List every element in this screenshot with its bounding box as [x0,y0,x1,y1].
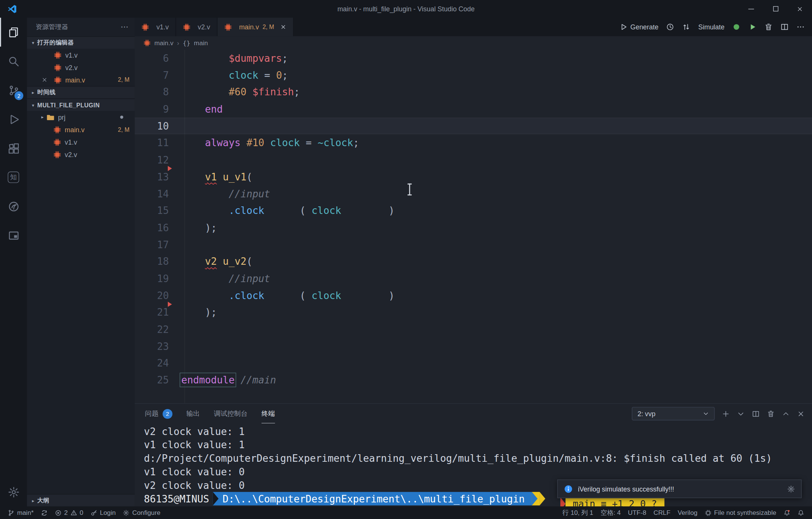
panel-action-close-panel[interactable] [797,410,805,418]
open-editor-main[interactable]: main.v2, M [27,73,135,86]
code-line-16[interactable]: 16 ); [135,219,812,236]
status-synthesizable[interactable]: File not synthesizable [701,507,780,519]
line-number[interactable]: 20 [135,287,181,304]
activity-item-source-control[interactable]: 2 [0,76,27,105]
line-number[interactable]: 14 [135,185,181,202]
activity-item-extensions[interactable] [0,134,27,163]
tab-v2[interactable]: v2.v [176,18,217,37]
code-line-11[interactable]: 11 always #10 clock = ~clock; [135,134,812,151]
breadcrumb-symbol[interactable]: main [194,40,208,47]
line-number[interactable]: 23 [135,338,181,355]
close-icon[interactable] [280,24,287,30]
close-window-button[interactable] [788,0,812,18]
action-run-file[interactable] [748,23,757,31]
status-language-mode[interactable]: Verilog [674,507,701,519]
code-line-19[interactable]: 19 //input [135,270,812,287]
timeline-header[interactable]: ▸ 时间线 [27,86,135,98]
code-line-14[interactable]: 14 //input [135,185,812,202]
panel-action-kill-terminal[interactable] [767,410,775,418]
action-more-actions[interactable] [797,23,805,31]
line-number[interactable]: 16 [135,219,181,236]
notification-toast[interactable]: iVerilog simulates successfully!!! [557,479,802,498]
breadcrumb-file[interactable]: main.v [154,40,173,47]
minimize-button[interactable] [739,0,763,18]
activity-item-leaf-extension[interactable] [0,192,27,221]
tree-item-v1[interactable]: v1.v [27,136,135,148]
line-number[interactable]: 11 [135,134,181,151]
code-line-22[interactable]: 22 [135,321,812,338]
code-line-23[interactable]: 23 [135,338,812,355]
more-actions-icon[interactable]: ⋯ [121,22,129,32]
tree-item-prj[interactable]: ▸prj [27,111,135,124]
panel-action-maximize-panel[interactable] [782,410,790,418]
panel-tab-terminal[interactable]: 终端 [262,404,275,423]
code-line-25[interactable]: 25endmodule //main [135,372,812,389]
line-number[interactable]: 17 [135,236,181,253]
code-line-8[interactable]: 8 #60 $finish; [135,84,812,101]
line-number[interactable]: 15 [135,202,181,219]
close-icon[interactable] [41,77,48,83]
code-line-13[interactable]: 13 v1 u_v1( [135,168,812,185]
action-delete-output[interactable] [764,23,772,31]
open-editor-v2[interactable]: v2.v [27,61,135,73]
action-generate[interactable]: Generate [619,23,658,31]
code-line-7[interactable]: 7 clock = 0; [135,67,812,84]
status-encoding[interactable]: UTF-8 [624,507,650,519]
panel-tab-problems[interactable]: 问题2 [145,404,172,423]
action-history[interactable] [666,23,675,31]
status-problems[interactable]: 20 [51,507,87,519]
status-login[interactable]: Login [87,507,119,519]
line-number[interactable]: 9 [135,101,181,118]
activity-item-zhi-extension[interactable]: 知 [0,163,27,192]
panel-action-new-terminal[interactable] [722,410,730,418]
code-line-21[interactable]: 21 ); [135,304,812,321]
code-line-20[interactable]: 20 .clock ( cl​ock ) [135,287,812,304]
status-sync[interactable] [37,507,51,519]
line-number[interactable]: 21 [135,304,181,321]
action-simulate[interactable]: Simulate [698,23,725,31]
code-line-9[interactable]: 9 end [135,101,812,118]
tab-main[interactable]: main.v2, M [217,18,294,37]
open-editor-v1[interactable]: v1.v [27,49,135,61]
action-iverilog-status[interactable] [732,23,741,31]
status-extension-alert[interactable] [780,507,794,519]
line-number[interactable]: 24 [135,355,181,372]
tab-v1[interactable]: v1.v [135,18,176,37]
code-line-10[interactable]: 10 [135,118,812,134]
status-indentation[interactable]: 空格: 4 [597,507,624,519]
activity-item-explorer[interactable] [0,18,27,47]
line-number[interactable]: 10 [135,118,181,134]
status-configure[interactable]: Configure [119,507,164,519]
panel-action-split-terminal[interactable] [752,410,760,418]
action-split-editor[interactable] [780,23,789,31]
line-number[interactable]: 22 [135,321,181,338]
code-line-24[interactable]: 24 [135,355,812,372]
line-number[interactable]: 6 [135,50,181,67]
code-line-15[interactable]: 15 .clock ( clock ) [135,202,812,219]
activity-item-search[interactable] [0,47,27,76]
workspace-header[interactable]: ▾ MULTI_FILE_PLUGIN [27,98,135,111]
line-number[interactable]: 13 [135,168,181,185]
gear-icon[interactable] [787,485,795,493]
activity-item-settings[interactable] [0,478,27,507]
code-line-6[interactable]: 6 $dumpvars; [135,50,812,67]
status-notifications[interactable] [794,507,808,519]
activity-item-remote-window[interactable] [0,221,27,250]
status-branch[interactable]: main* [4,507,37,519]
status-cursor-position[interactable]: 行 10, 列 1 [559,507,597,519]
code-line-18[interactable]: 18 v2 u_v2( [135,253,812,270]
panel-tab-debug-console[interactable]: 调试控制台 [214,404,247,423]
panel-action-launch-profile[interactable] [737,410,745,418]
outline-header[interactable]: ▸ 大纲 [27,494,135,507]
status-eol[interactable]: CRLF [650,507,674,519]
tree-item-v2[interactable]: v2.v [27,148,135,161]
code-editor[interactable]: 6 $dumpvars;7 clock = 0;8 #60 $finish;9 … [135,50,812,403]
code-line-12[interactable]: 12 [135,151,812,168]
activity-item-run-and-debug[interactable] [0,105,27,134]
maximize-button[interactable] [763,0,788,18]
action-git-compare[interactable] [682,23,690,31]
tree-item-main[interactable]: main.v2, M [27,124,135,136]
panel-tab-output[interactable]: 输出 [186,404,200,423]
line-number[interactable]: 8 [135,84,181,101]
line-number[interactable]: 12 [135,151,181,168]
